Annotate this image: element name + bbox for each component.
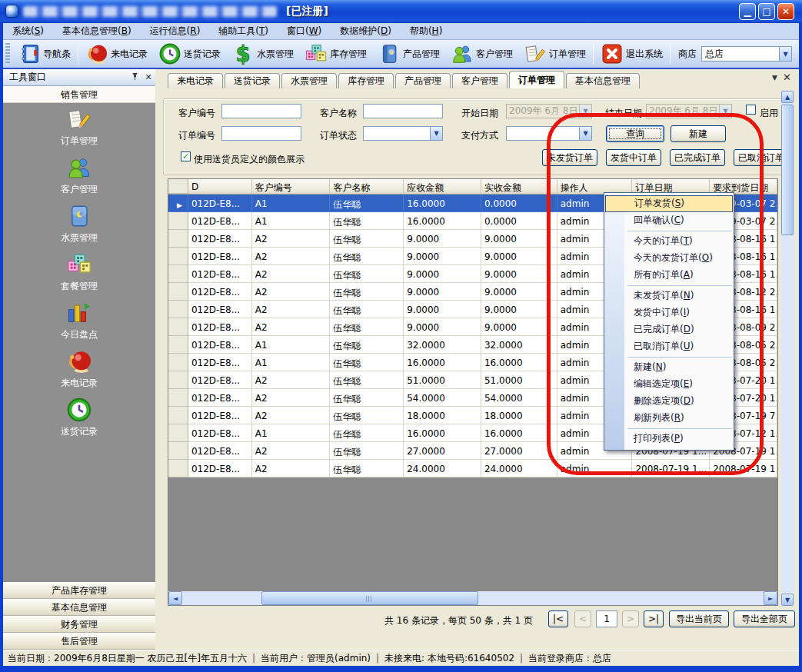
- customer-code-input[interactable]: [221, 104, 301, 118]
- sidebar-item-3[interactable]: 套餐管理: [3, 251, 155, 296]
- grid-cell[interactable]: 9.0000: [404, 265, 481, 283]
- grid-cell[interactable]: 16.0000: [481, 424, 557, 442]
- row-selector-cell[interactable]: [168, 248, 188, 265]
- grid-cell[interactable]: A2: [252, 389, 331, 407]
- sidebar-bottom-bar-0[interactable]: 产品库存管理: [3, 582, 155, 599]
- pin-icon[interactable]: [128, 72, 141, 83]
- grid-cell[interactable]: 012D-E8...: [188, 389, 252, 407]
- grid-cell[interactable]: 伍华聪: [330, 371, 404, 389]
- color-by-deliverer-checkbox[interactable]: ✓: [181, 151, 191, 161]
- grid-cell[interactable]: 9.0000: [404, 318, 481, 336]
- toolbar-button-0[interactable]: 导航条: [12, 41, 76, 67]
- table-row[interactable]: 012D-E8...A2伍华聪24.000024.0000admin2008-0…: [168, 460, 777, 477]
- toolbar-button-4[interactable]: 库存管理: [299, 41, 372, 67]
- grid-cell[interactable]: A2: [252, 265, 331, 283]
- tab-1[interactable]: 送货记录: [225, 73, 280, 88]
- grid-column-header-0[interactable]: D: [188, 179, 252, 194]
- sidebar-item-2[interactable]: 水票管理: [3, 203, 155, 248]
- row-selector-cell[interactable]: [168, 460, 188, 477]
- filter-button-0[interactable]: 未发货订单: [542, 149, 597, 166]
- tab-0[interactable]: 来电记录: [168, 73, 223, 88]
- grid-cell[interactable]: 16.0000: [404, 424, 481, 442]
- toolbar-button-1[interactable]: 来电记录: [80, 41, 153, 67]
- context-menu-item-0[interactable]: 订单发货(S): [605, 195, 733, 212]
- grid-cell[interactable]: 伍华聪: [330, 407, 404, 424]
- grid-cell[interactable]: 伍华聪: [330, 212, 404, 230]
- grid-cell[interactable]: A2: [252, 460, 331, 477]
- customer-name-input[interactable]: [363, 104, 443, 118]
- tab-list-dropdown-icon[interactable]: ▼: [772, 74, 777, 82]
- toolbar-button-2[interactable]: 送货记录: [153, 41, 226, 67]
- grid-cell[interactable]: 012D-E8...: [188, 424, 252, 442]
- row-selector-cell[interactable]: [168, 230, 188, 248]
- sidebar-item-0[interactable]: 订单管理: [3, 106, 155, 151]
- grid-cell[interactable]: A1: [252, 424, 331, 442]
- grid-cell[interactable]: 16.0000: [481, 354, 557, 371]
- grid-column-header-3[interactable]: 应收金额: [404, 179, 481, 194]
- sidebar-bottom-bar-2[interactable]: 财务管理: [3, 616, 155, 633]
- scroll-up-icon[interactable]: ▲: [781, 91, 794, 103]
- tab-2[interactable]: 水票管理: [281, 73, 337, 88]
- grid-cell[interactable]: 伍华聪: [330, 318, 404, 336]
- row-selector-cell[interactable]: [168, 442, 188, 460]
- grid-column-header-4[interactable]: 实收金额: [481, 179, 557, 194]
- last-page-button[interactable]: >|: [644, 610, 664, 627]
- menubar-item-3[interactable]: 辅助工具(T): [209, 23, 278, 39]
- context-menu-item-13[interactable]: 编辑选定项(E): [604, 376, 734, 393]
- grid-cell[interactable]: 012D-E8...: [188, 230, 252, 248]
- grid-cell[interactable]: 9.0000: [404, 230, 481, 248]
- grid-cell[interactable]: 0.0000: [481, 195, 557, 212]
- menubar-item-1[interactable]: 基本信息管理(B): [53, 23, 141, 39]
- horizontal-scroll-thumb[interactable]: [261, 591, 478, 605]
- row-selector-cell[interactable]: [168, 354, 188, 371]
- row-selector-cell[interactable]: [168, 336, 188, 354]
- grid-cell[interactable]: A2: [252, 283, 331, 301]
- grid-cell[interactable]: 9.0000: [481, 265, 557, 283]
- grid-cell[interactable]: 012D-E8...: [188, 442, 252, 460]
- menubar-item-4[interactable]: 窗口(W): [278, 23, 331, 39]
- grid-cell[interactable]: 012D-E8...: [188, 354, 252, 371]
- row-selector-cell[interactable]: [168, 407, 188, 424]
- grid-cell[interactable]: 012D-E8...: [188, 248, 252, 265]
- next-page-button[interactable]: >: [622, 610, 639, 627]
- grid-cell[interactable]: 伍华聪: [330, 424, 404, 442]
- grid-cell[interactable]: 16.0000: [404, 195, 481, 212]
- menubar-item-2[interactable]: 运行信息(R): [141, 23, 210, 39]
- context-menu-item-8[interactable]: 发货中订单(I): [604, 304, 734, 321]
- context-menu-item-5[interactable]: 所有的订单(A): [604, 267, 734, 284]
- grid-cell[interactable]: A1: [252, 212, 331, 230]
- row-selector-cell[interactable]: [168, 424, 188, 442]
- horizontal-scrollbar[interactable]: ◄ ►: [168, 591, 777, 605]
- context-menu-item-14[interactable]: 删除选定项(D): [604, 393, 734, 410]
- filter-button-2[interactable]: 已完成订单: [670, 149, 725, 166]
- vertical-scrollbar[interactable]: ▲ ▼: [781, 91, 794, 606]
- grid-cell[interactable]: 51.0000: [404, 371, 481, 389]
- grid-cell[interactable]: admin: [557, 460, 633, 477]
- grid-cell[interactable]: 012D-E8...: [188, 407, 252, 424]
- tab-6[interactable]: 订单管理: [509, 71, 564, 88]
- export-current-page-button[interactable]: 导出当前页: [669, 610, 729, 627]
- grid-cell[interactable]: 2008-07-19 1...: [710, 460, 777, 477]
- grid-cell[interactable]: 51.0000: [481, 371, 557, 389]
- pay-method-select[interactable]: ▼: [506, 126, 592, 141]
- prev-page-button[interactable]: <: [574, 610, 591, 627]
- tab-7[interactable]: 基本信息管理: [566, 73, 640, 88]
- vertical-scroll-thumb[interactable]: [781, 105, 794, 235]
- grid-cell[interactable]: 9.0000: [481, 283, 557, 301]
- sidebar-item-1[interactable]: 客户管理: [3, 155, 155, 199]
- close-button[interactable]: ✕: [777, 3, 794, 20]
- grid-cell[interactable]: 24.0000: [404, 460, 481, 477]
- grid-cell[interactable]: 9.0000: [481, 301, 557, 318]
- grid-cell[interactable]: 012D-E8...: [188, 212, 252, 230]
- grid-cell[interactable]: 伍华聪: [330, 283, 404, 301]
- row-selector-cell[interactable]: [168, 212, 188, 230]
- filter-button-1[interactable]: 发货中订单: [606, 149, 661, 166]
- grid-cell[interactable]: 9.0000: [404, 283, 481, 301]
- tab-5[interactable]: 客户管理: [452, 73, 507, 88]
- grid-cell[interactable]: 伍华聪: [330, 442, 404, 460]
- row-selector-cell[interactable]: [168, 265, 188, 283]
- query-button[interactable]: 查询: [606, 125, 664, 142]
- context-menu-item-3[interactable]: 今天的订单(T): [604, 233, 734, 250]
- enable-date-checkbox[interactable]: [746, 105, 756, 115]
- export-all-pages-button[interactable]: 导出全部页: [734, 610, 795, 627]
